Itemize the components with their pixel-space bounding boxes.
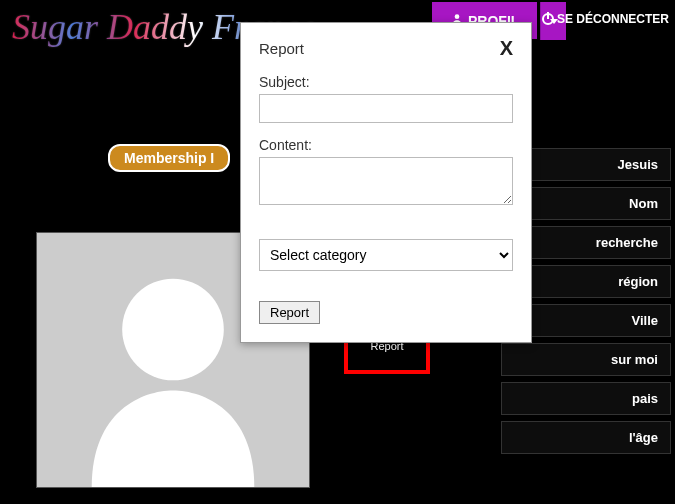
category-select[interactable]: Select category — [259, 239, 513, 271]
svg-point-2 — [122, 279, 224, 381]
subject-input[interactable] — [259, 94, 513, 123]
power-icon — [542, 13, 554, 25]
close-button[interactable]: X — [500, 37, 513, 60]
report-modal: Report X Subject: Content: Select catego… — [240, 22, 532, 343]
content-label: Content: — [259, 137, 513, 153]
membership-badge: Membership I — [108, 144, 230, 172]
sidebar-item-label: l'âge — [629, 430, 658, 445]
sidebar-item-label: région — [618, 274, 658, 289]
sidebar-item-age[interactable]: l'âge — [501, 421, 671, 454]
report-submit-button[interactable]: Report — [259, 301, 320, 324]
sidebar-item-label: Ville — [631, 313, 658, 328]
svg-point-0 — [455, 14, 460, 19]
sidebar-item-pais[interactable]: pais — [501, 382, 671, 415]
content-textarea[interactable] — [259, 157, 513, 205]
subject-label: Subject: — [259, 74, 513, 90]
modal-header: Report X — [259, 37, 513, 60]
sidebar-item-label: sur moi — [611, 352, 658, 367]
sidebar-item-surmoi[interactable]: sur moi — [501, 343, 671, 376]
logout-label: SE DÉCONNECTER — [557, 12, 669, 26]
logout-button[interactable]: SE DÉCONNECTER — [542, 12, 669, 26]
sidebar-item-label: pais — [632, 391, 658, 406]
sidebar-item-label: recherche — [596, 235, 658, 250]
sidebar-item-label: Jesuis — [618, 157, 658, 172]
modal-title: Report — [259, 40, 304, 57]
sidebar-item-label: Nom — [629, 196, 658, 211]
